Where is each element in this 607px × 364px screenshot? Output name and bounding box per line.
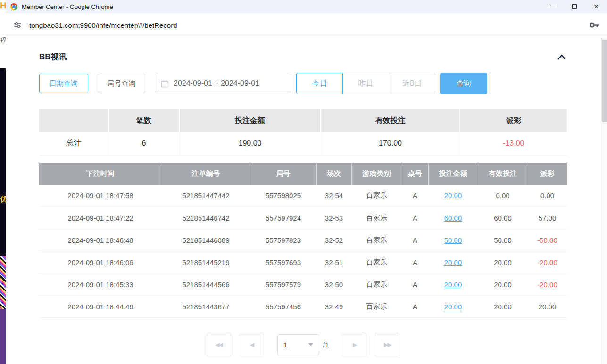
summary-header-bet: 投注金额: [179, 109, 321, 132]
bet-amount-link[interactable]: 60.00: [444, 214, 462, 222]
round-query-tab-button[interactable]: 局号查询: [98, 74, 145, 93]
cell-valid-bet: 20.00: [478, 273, 528, 296]
page-select-value: 1: [283, 341, 287, 349]
bet-amount-link[interactable]: 50.00: [444, 236, 462, 244]
bet-table-body: 2024-09-01 18:47:58 521851447442 5575980…: [39, 185, 567, 318]
header-payout: 派彩: [528, 163, 567, 185]
cell-bet-time: 2024-09-01 18:47:22: [39, 207, 162, 229]
chevron-left-icon: ◀: [250, 341, 253, 348]
header-valid-bet: 有效投注: [478, 163, 528, 185]
cell-order-id: 521851446742: [162, 207, 250, 229]
cell-bet-amount: 20.00: [428, 185, 478, 207]
quick-range-button-group: 今日 昨日 近8日: [296, 73, 435, 94]
cell-payout: 0.00: [528, 185, 567, 207]
last-page-button[interactable]: ▶▶: [375, 333, 399, 356]
chrome-logo-icon: [10, 3, 17, 10]
minimize-button[interactable]: [542, 0, 564, 13]
today-button[interactable]: 今日: [296, 73, 343, 94]
url-text[interactable]: tongbao31.com:9900/infe/mcenter/#/betRec…: [29, 21, 177, 29]
cell-session: 32-50: [316, 273, 351, 296]
table-row: 2024-09-01 18:46:48 521851446089 5575978…: [39, 229, 567, 251]
double-chevron-left-icon: ◀◀: [216, 341, 222, 348]
header-table-no: 桌号: [402, 163, 428, 185]
cell-round-id: 557597693: [250, 251, 316, 273]
bet-amount-link[interactable]: 20.00: [444, 281, 462, 289]
cell-order-id: 521851445219: [162, 251, 250, 273]
summary-payout-value: -13.00: [460, 132, 567, 155]
cell-order-id: 521851444566: [162, 273, 250, 296]
header-game-type: 游戏类别: [351, 163, 402, 185]
cell-bet-time: 2024-09-01 18:46:48: [39, 229, 162, 251]
calendar-icon: [161, 80, 169, 88]
cell-order-id: 521851447442: [162, 185, 250, 207]
cell-table-no: A: [402, 251, 428, 273]
screen: H 程 优 Member Center - Google Chrome ✕ to…: [0, 0, 607, 364]
header-bet-amount: 投注金额: [428, 163, 478, 185]
cell-session: 32-53: [316, 207, 351, 229]
cell-bet-amount: 20.00: [428, 296, 478, 318]
cell-bet-time: 2024-09-01 18:44:49: [39, 296, 162, 318]
summary-header-payout: 派彩: [460, 109, 567, 132]
table-row: 2024-09-01 18:45:33 521851444566 5575975…: [39, 273, 567, 296]
cell-table-no: A: [402, 229, 428, 251]
summary-header-row: 笔数 投注金额 有效投注 派彩: [39, 109, 567, 132]
window-title: Member Center - Google Chrome: [22, 3, 113, 10]
prev-page-button[interactable]: ◀: [240, 333, 264, 356]
bet-record-table: 下注时间 注单编号 局号 场次 游戏类别 桌号 投注金额 有效投注 派彩 202…: [39, 163, 567, 318]
cell-bet-time: 2024-09-01 18:47:58: [39, 185, 162, 207]
bet-amount-link[interactable]: 20.00: [444, 258, 462, 266]
close-icon: ✕: [593, 3, 599, 10]
date-range-input[interactable]: 2024-09-01 ~ 2024-09-01: [155, 74, 291, 93]
filter-toolbar: 日期查询 局号查询 2024-09-01 ~ 2024-09-01 今日 昨日 …: [39, 73, 567, 94]
cell-session: 32-54: [316, 185, 351, 207]
table-row: 2024-09-01 18:46:06 521851445219 5575976…: [39, 251, 567, 273]
last-8-days-button[interactable]: 近8日: [389, 73, 435, 94]
cell-round-id: 557597579: [250, 273, 316, 296]
search-button[interactable]: 查询: [440, 73, 487, 94]
cell-round-id: 557597823: [250, 229, 316, 251]
cell-game-type: 百家乐: [351, 251, 402, 273]
maximize-button[interactable]: [564, 0, 585, 13]
summary-table: 笔数 投注金额 有效投注 派彩 总计 6 190.00 170.00 -13.0…: [39, 109, 567, 155]
cell-game-type: 百家乐: [351, 207, 402, 229]
chevron-down-icon: [308, 343, 313, 346]
header-bet-time: 下注时间: [39, 163, 162, 185]
bet-table-header-row: 下注时间 注单编号 局号 场次 游戏类别 桌号 投注金额 有效投注 派彩: [39, 163, 567, 185]
cell-payout: -50.00: [528, 229, 567, 251]
header-round-id: 局号: [250, 163, 316, 185]
cell-round-id: 557597456: [250, 296, 316, 318]
date-range-value: 2024-09-01 ~ 2024-09-01: [174, 79, 259, 88]
cell-payout: -20.00: [528, 273, 567, 296]
cell-round-id: 557598025: [250, 185, 316, 207]
yesterday-button[interactable]: 昨日: [342, 73, 389, 94]
cell-order-id: 521851443677: [162, 296, 250, 318]
summary-bet-value: 190.00: [179, 132, 321, 155]
pagination: ◀◀ ◀ 1 /1 ▶ ▶▶: [39, 333, 567, 356]
close-button[interactable]: ✕: [585, 0, 607, 13]
scrollbar-track[interactable]: [601, 38, 607, 364]
password-key-icon[interactable]: [589, 20, 599, 30]
panel-header: BB视讯: [39, 51, 567, 62]
cell-bet-amount: 60.00: [428, 207, 478, 229]
background-image-fragment: [0, 309, 6, 364]
site-settings-icon[interactable]: [13, 20, 22, 30]
cell-game-type: 百家乐: [351, 273, 402, 296]
next-page-button[interactable]: ▶: [342, 333, 366, 356]
collapse-panel-button[interactable]: [557, 53, 567, 61]
date-query-tab-button[interactable]: 日期查询: [39, 74, 88, 93]
cell-payout: 20.00: [528, 296, 567, 318]
first-page-button[interactable]: ◀◀: [207, 333, 231, 356]
chevron-up-icon: [557, 53, 567, 61]
cell-game-type: 百家乐: [351, 185, 402, 207]
summary-total-row: 总计 6 190.00 170.00 -13.00: [39, 132, 567, 155]
minimize-icon: [550, 7, 556, 7]
summary-header-count: 笔数: [108, 109, 179, 132]
bet-amount-link[interactable]: 20.00: [444, 191, 462, 199]
page-total-label: /1: [323, 341, 329, 349]
cell-bet-time: 2024-09-01 18:45:33: [39, 273, 162, 296]
bet-amount-link[interactable]: 20.00: [444, 303, 462, 311]
header-order-id: 注单编号: [162, 163, 250, 185]
page-select[interactable]: 1: [277, 334, 319, 355]
summary-count-value: 6: [108, 132, 179, 155]
scrollbar-thumb[interactable]: [602, 40, 607, 122]
